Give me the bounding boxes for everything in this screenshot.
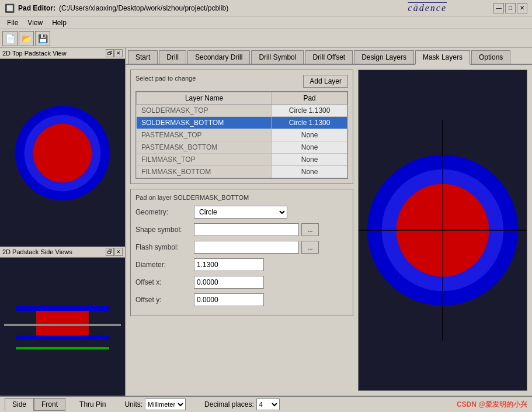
right-viz-svg <box>359 70 527 390</box>
top-view-title: 2D Top Padstack View <box>2 50 67 57</box>
tab-options[interactable]: Options <box>471 50 510 64</box>
geometry-select[interactable]: Circle Square Rectangle Oblong Shape <box>194 206 287 219</box>
layer-table: Layer Name Pad SOLDERMASK_TOP Circle 1.1… <box>136 92 347 178</box>
side-view-canvas <box>0 258 125 396</box>
tab-drill[interactable]: Drill <box>159 50 186 64</box>
close-button[interactable]: ✕ <box>517 3 527 13</box>
diameter-row: Diameter: <box>135 258 348 271</box>
top-view-close[interactable]: ✕ <box>114 49 123 57</box>
flash-symbol-browse[interactable]: ... <box>301 241 319 254</box>
tab-design-layers[interactable]: Design Layers <box>354 50 414 64</box>
layer-name-cell: FILMMASK_TOP <box>137 154 272 166</box>
menu-help[interactable]: Help <box>47 18 71 28</box>
tab-side[interactable]: Side <box>5 398 34 411</box>
pin-type: Thru Pin <box>79 400 106 408</box>
side-view-buttons: 🗗 ✕ <box>106 248 123 256</box>
menu-bar: File View Help <box>0 16 532 29</box>
menu-file[interactable]: File <box>2 18 23 28</box>
new-button[interactable]: 📄 <box>2 31 18 46</box>
shape-symbol-row: Shape symbol: ... <box>135 223 348 236</box>
cadence-brand: cādence <box>408 3 447 13</box>
tab-start[interactable]: Start <box>128 50 158 64</box>
pad-cell: None <box>272 154 347 166</box>
top-view-buttons: 🗗 ✕ <box>106 49 123 57</box>
offset-x-input[interactable] <box>194 276 264 289</box>
side-view-title: 2D Padstack Side Views <box>2 248 72 255</box>
tab-drill-offset[interactable]: Drill Offset <box>305 50 353 64</box>
window-controls: — □ ✕ <box>493 3 527 13</box>
svg-rect-7 <box>36 311 89 335</box>
flash-symbol-label: Flash symbol: <box>135 243 194 251</box>
svg-point-3 <box>33 124 92 182</box>
units-select[interactable]: Millimeter Inch Mils <box>145 399 186 410</box>
col-layer-name: Layer Name <box>137 92 272 105</box>
diameter-input[interactable] <box>194 258 264 271</box>
tab-mask-layers[interactable]: Mask Layers <box>415 50 470 65</box>
minimize-button[interactable]: — <box>493 3 504 13</box>
select-pad-section: Select pad to change Add Layer Layer Nam… <box>130 70 353 184</box>
right-content: Start Drill Secondary Drill Drill Symbol… <box>126 48 532 396</box>
col-pad: Pad <box>272 92 347 105</box>
geometry-label: Geometry: <box>135 208 194 216</box>
add-layer-button[interactable]: Add Layer <box>303 75 348 88</box>
shape-symbol-browse[interactable]: ... <box>301 223 319 236</box>
table-row[interactable]: FILMMASK_BOTTOM None <box>137 166 347 178</box>
table-row[interactable]: SOLDERMASK_TOP Circle 1.1300 <box>137 105 347 117</box>
layer-table-container[interactable]: Layer Name Pad SOLDERMASK_TOP Circle 1.1… <box>135 91 348 179</box>
top-view-svg <box>10 71 115 235</box>
table-row[interactable]: FILMMASK_TOP None <box>137 154 347 166</box>
right-visualization <box>358 70 527 391</box>
layer-name-cell: FILMMASK_BOTTOM <box>137 166 272 178</box>
side-view-header: 2D Padstack Side Views 🗗 ✕ <box>0 247 125 258</box>
units-label: Units: <box>124 400 142 408</box>
svg-rect-9 <box>16 347 109 349</box>
maximize-button[interactable]: □ <box>505 3 516 13</box>
offset-y-input[interactable] <box>194 293 264 306</box>
svg-rect-6 <box>16 335 109 340</box>
decimal-select[interactable]: 4 2 3 5 <box>256 399 280 410</box>
top-view-restore[interactable]: 🗗 <box>106 49 114 57</box>
decimal-section: Decimal places: 4 2 3 5 <box>204 399 280 410</box>
tab-bar: Start Drill Secondary Drill Drill Symbol… <box>126 48 532 65</box>
app-name: Pad Editor: <box>18 4 55 12</box>
tab-secondary-drill[interactable]: Secondary Drill <box>187 50 250 64</box>
offset-y-row: Offset y: <box>135 293 348 306</box>
app-icon: 🔲 <box>5 4 15 13</box>
layer-name-cell: SOLDERMASK_BOTTOM <box>137 117 272 129</box>
tab-drill-symbol[interactable]: Drill Symbol <box>251 50 304 64</box>
bottom-bar: Side Front Thru Pin Units: Millimeter In… <box>0 396 532 412</box>
title-bar-left: 🔲 Pad Editor: (C:/Users/xiaoxing/Desktop… <box>5 4 228 13</box>
top-view-canvas <box>0 59 125 247</box>
offset-y-label: Offset y: <box>135 296 194 304</box>
layer-name-cell: PASTEMASK_TOP <box>137 129 272 141</box>
menu-view[interactable]: View <box>23 18 47 28</box>
app-path: (C:/Users/xiaoxing/Desktop/work/sizhou/p… <box>59 4 228 12</box>
side-view-close[interactable]: ✕ <box>114 248 123 256</box>
select-pad-title: Select pad to change <box>135 75 196 82</box>
pad-cell: Circle 1.1300 <box>272 117 347 129</box>
pad-cell: None <box>272 166 347 178</box>
shape-symbol-input[interactable] <box>194 223 299 236</box>
layer-name-cell: SOLDERMASK_TOP <box>137 105 272 117</box>
save-button[interactable]: 💾 <box>35 31 50 46</box>
table-row[interactable]: PASTEMASK_TOP None <box>137 129 347 141</box>
diameter-label: Diameter: <box>135 261 194 269</box>
flash-symbol-input[interactable] <box>194 241 299 254</box>
table-row[interactable]: PASTEMASK_BOTTOM None <box>137 141 347 154</box>
tab-front[interactable]: Front <box>34 398 65 411</box>
shape-symbol-label: Shape symbol: <box>135 226 194 234</box>
units-section: Units: Millimeter Inch Mils <box>124 399 186 410</box>
toolbar: 📄 📂 💾 <box>0 29 532 48</box>
pad-section: Pad on layer SOLDERMASK_BOTTOM Geometry:… <box>130 189 353 316</box>
side-view-svg <box>4 280 121 373</box>
top-padstack-view: 2D Top Padstack View 🗗 ✕ <box>0 48 125 247</box>
side-view-restore[interactable]: 🗗 <box>106 248 114 256</box>
watermark: CSDN @爱发明的小兴 <box>457 400 527 410</box>
pad-section-title: Pad on layer SOLDERMASK_BOTTOM <box>135 194 348 201</box>
flash-symbol-row: Flash symbol: ... <box>135 241 348 254</box>
top-view-header: 2D Top Padstack View 🗗 ✕ <box>0 48 125 59</box>
open-button[interactable]: 📂 <box>19 31 34 46</box>
title-bar: 🔲 Pad Editor: (C:/Users/xiaoxing/Desktop… <box>0 0 532 16</box>
geometry-row: Geometry: Circle Square Rectangle Oblong… <box>135 206 348 219</box>
table-row[interactable]: SOLDERMASK_BOTTOM Circle 1.1300 <box>137 117 347 129</box>
